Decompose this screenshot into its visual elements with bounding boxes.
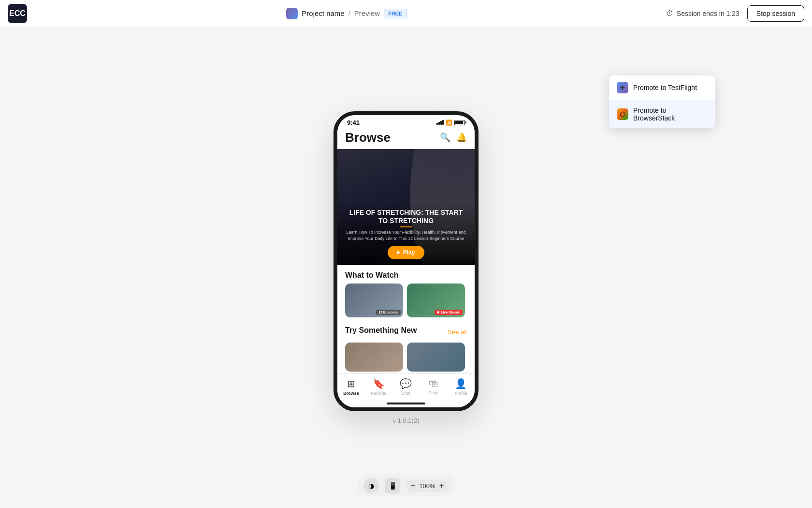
live-badge: Live Stream (435, 310, 463, 315)
try-cards-row (345, 343, 467, 372)
hero-overlay: LIFE OF STRETCHING: THE START TO STRETCH… (337, 203, 475, 265)
status-time: 9:41 (347, 119, 360, 126)
search-icon[interactable]: 🔍 (440, 132, 450, 143)
stop-session-button[interactable]: Stop session (747, 5, 804, 22)
profile-nav-icon: 👤 (455, 378, 467, 389)
watch-card-1[interactable]: 12 Episodes (345, 284, 403, 317)
zoom-out-button[interactable]: − (411, 482, 415, 490)
browse-nav-label: Browse (343, 391, 359, 396)
session-timer: ⏱ Session ends in 1:23 (666, 9, 740, 18)
signal-bars-icon (436, 120, 444, 125)
nav-chat[interactable]: 💬 Chat (392, 378, 420, 396)
try-something-new-section: Try Something New See all (337, 320, 475, 374)
browse-nav-icon: ⊞ (347, 378, 355, 389)
promote-dropdown: ✈ Promote to TestFlight ⬡ Promote to Bro… (609, 75, 715, 128)
watch-card-2[interactable]: Live Stream (407, 284, 465, 317)
shop-nav-label: Shop (428, 390, 438, 395)
hero-slide: LIFE OF STRETCHING: THE START TO STRETCH… (337, 149, 475, 265)
battery-icon (454, 120, 465, 125)
what-to-watch-title: What to Watch (345, 271, 467, 280)
header-icons: 🔍 🔔 (440, 132, 467, 143)
zoom-value: 100% (419, 482, 435, 490)
browserstack-icon: ⬡ (617, 108, 628, 120)
free-badge: FREE (384, 9, 406, 18)
favorite-nav-label: Favorite (371, 391, 387, 396)
promote-testflight-item[interactable]: ✈ Promote to TestFlight (609, 75, 715, 100)
favorite-nav-icon: 🔖 (373, 378, 385, 389)
hero-section[interactable]: LIFE OF STRETCHING: THE START TO STRETCH… (337, 149, 475, 265)
chat-nav-icon: 💬 (400, 378, 412, 389)
main-area: 9:41 📶 (0, 27, 812, 508)
hero-description: Learn How To Increase Your Flexibility, … (344, 229, 468, 241)
see-all-link[interactable]: See all (448, 329, 467, 336)
hero-divider (400, 226, 412, 227)
app-logo[interactable]: ECC (8, 4, 27, 23)
nav-browse[interactable]: ⊞ Browse (337, 378, 365, 396)
topbar: ECC Project name / Preview FREE ⏱ Sessio… (0, 0, 812, 27)
promote-browserstack-item[interactable]: ⬡ Promote to BrowserStack (609, 100, 715, 128)
nav-profile[interactable]: 👤 Profile (447, 378, 475, 396)
nav-shop[interactable]: 🛍 Shop (420, 378, 447, 395)
try-card-1[interactable] (345, 343, 403, 372)
bell-icon[interactable]: 🔔 (456, 132, 467, 143)
zoom-in-button[interactable]: + (439, 482, 444, 490)
topbar-right: ⏱ Session ends in 1:23 Stop session (666, 5, 804, 22)
topbar-center: Project name / Preview FREE (27, 8, 666, 19)
try-card-2[interactable] (407, 343, 465, 372)
try-section-header: Try Something New See all (345, 326, 467, 339)
preview-label: Preview (354, 9, 380, 17)
project-icon (286, 8, 298, 19)
phone-frame: 9:41 📶 (334, 111, 478, 411)
hero-title: LIFE OF STRETCHING: THE START TO STRETCH… (344, 209, 468, 225)
nav-favorite[interactable]: 🔖 Favorite (365, 378, 392, 396)
try-section-title: Try Something New (345, 326, 417, 335)
browse-title: Browse (345, 130, 391, 145)
version-label: v 1.0.1(2) (393, 417, 420, 424)
status-bar: 9:41 📶 (337, 115, 475, 128)
phone-screen[interactable]: 9:41 📶 (337, 115, 475, 407)
phone-wrapper: 9:41 📶 (334, 111, 478, 424)
episodes-badge: 12 Episodes (376, 310, 401, 315)
bottom-nav: ⊞ Browse 🔖 Favorite 💬 Chat 🛍 Shop (337, 374, 475, 407)
zoom-control: − 100% + (406, 480, 449, 492)
theme-toggle-button[interactable]: ◑ (363, 478, 379, 493)
status-icons: 📶 (436, 120, 465, 126)
device-toggle-button[interactable]: 📱 (385, 478, 400, 493)
wifi-icon: 📶 (446, 120, 452, 126)
project-name: Project name (302, 9, 344, 17)
testflight-icon: ✈ (617, 82, 628, 93)
watch-cards-row: 12 Episodes Live Stream (345, 284, 467, 317)
promote-testflight-label: Promote to TestFlight (633, 84, 697, 91)
play-button[interactable]: Play (388, 246, 425, 259)
play-label: Play (403, 249, 415, 256)
shop-nav-icon: 🛍 (429, 378, 438, 389)
timer-icon: ⏱ (666, 9, 674, 18)
what-to-watch-section: What to Watch 12 Episodes Live Stream (337, 265, 475, 320)
breadcrumb-separator: / (348, 9, 350, 17)
home-indicator (387, 403, 425, 404)
chat-nav-label: Chat (401, 391, 410, 396)
promote-browserstack-label: Promote to BrowserStack (633, 106, 708, 122)
browse-header: Browse 🔍 🔔 (337, 128, 475, 149)
profile-nav-label: Profile (455, 391, 467, 396)
play-icon (397, 251, 400, 254)
bottom-toolbar: ◑ 📱 − 100% + (357, 475, 455, 496)
